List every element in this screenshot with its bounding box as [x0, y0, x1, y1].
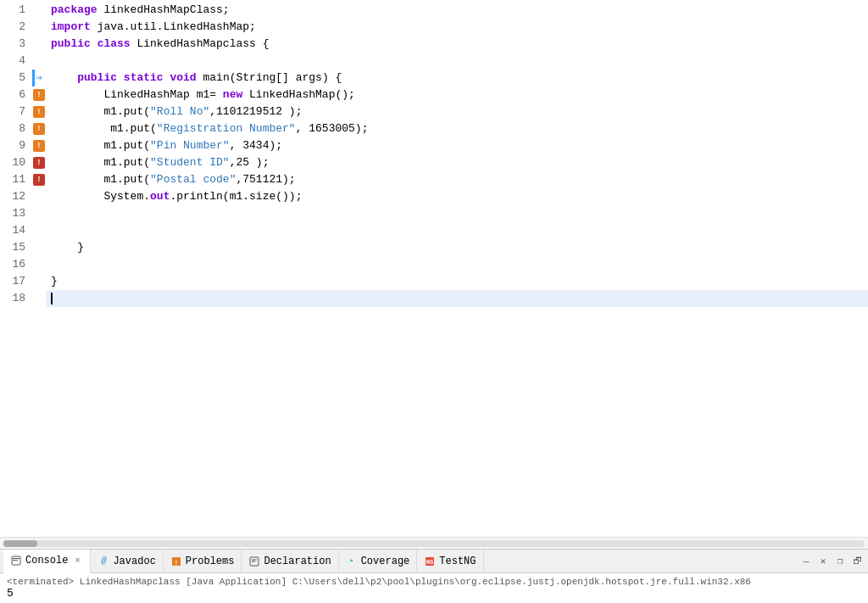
- line-gutter: !: [32, 154, 46, 171]
- line-code[interactable]: System.out.println(m1.size());: [46, 188, 868, 205]
- scrollbar-thumb[interactable]: [3, 540, 37, 547]
- line-gutter: [32, 256, 46, 273]
- line-number: 12: [0, 188, 32, 205]
- restore-button[interactable]: ❐: [832, 554, 848, 569]
- line-code[interactable]: m1.put("Roll No",1101219512 );: [46, 103, 868, 120]
- tab-testng-label: TestNG: [439, 556, 476, 567]
- svg-rect-2: [13, 560, 18, 561]
- tab-console[interactable]: Console×: [3, 550, 91, 573]
- line-code[interactable]: [46, 205, 868, 222]
- console-value: 5: [7, 587, 861, 600]
- warning-marker-icon: !: [33, 89, 45, 101]
- tab-coverage[interactable]: ▪Coverage: [339, 550, 418, 573]
- line-code[interactable]: m1.put("Student ID",25 );: [46, 154, 868, 171]
- line-code[interactable]: public class LinkedHashMapclass {: [46, 36, 868, 53]
- console-output: <terminated> LinkedHashMapclass [Java Ap…: [0, 573, 868, 603]
- tab-console-icon: [10, 555, 22, 567]
- line-number: 17: [0, 273, 32, 290]
- editor-area: 1package linkedHashMapClass;2import java…: [0, 0, 868, 549]
- line-gutter: [32, 36, 46, 53]
- code-line[interactable]: 12 System.out.println(m1.size());: [0, 188, 868, 205]
- execution-pointer-bar: [32, 70, 35, 87]
- code-line[interactable]: 15 }: [0, 239, 868, 256]
- code-line[interactable]: 3public class LinkedHashMapclass {: [0, 36, 868, 53]
- tab-problems-label: Problems: [186, 556, 235, 567]
- tab-javadoc-icon: @: [97, 556, 109, 567]
- warning-marker-icon: !: [33, 140, 45, 152]
- line-gutter: [32, 290, 46, 307]
- line-gutter: !: [32, 87, 46, 103]
- line-number: 10: [0, 154, 32, 171]
- line-number: 14: [0, 222, 32, 239]
- svg-text:!: !: [174, 558, 178, 566]
- line-number: 18: [0, 290, 32, 307]
- code-line[interactable]: 7! m1.put("Roll No",1101219512 );: [0, 103, 868, 120]
- minimize-button[interactable]: —: [798, 554, 814, 569]
- line-gutter: ⇒: [32, 70, 46, 87]
- line-code[interactable]: [46, 53, 868, 70]
- code-lines[interactable]: 1package linkedHashMapClass;2import java…: [0, 0, 868, 537]
- svg-text:NG: NG: [426, 559, 433, 566]
- tab-coverage-label: Coverage: [361, 556, 410, 567]
- line-number: 1: [0, 2, 32, 19]
- bottom-panel: Console×@Javadoc!ProblemsDeclaration▪Cov…: [0, 549, 868, 603]
- code-line[interactable]: 4: [0, 53, 868, 70]
- line-gutter: !: [32, 137, 46, 154]
- line-code[interactable]: LinkedHashMap m1= new LinkedHashMap();: [46, 87, 868, 103]
- line-number: 8: [0, 120, 32, 137]
- code-line[interactable]: 14: [0, 222, 868, 239]
- warning-marker-icon: !: [33, 174, 45, 186]
- horizontal-scrollbar[interactable]: [0, 537, 868, 549]
- line-number: 4: [0, 53, 32, 70]
- maximize-button[interactable]: 🗗: [849, 554, 865, 569]
- code-line[interactable]: 9! m1.put("Pin Number", 3434);: [0, 137, 868, 154]
- code-line[interactable]: 11! m1.put("Postal code",751121);: [0, 171, 868, 188]
- console-status-text: <terminated> LinkedHashMapclass [Java Ap…: [7, 577, 861, 587]
- line-number: 6: [0, 87, 32, 103]
- close-button[interactable]: ✕: [815, 554, 831, 569]
- tab-problems[interactable]: !Problems: [164, 550, 242, 573]
- line-code[interactable]: }: [46, 239, 868, 256]
- tab-javadoc[interactable]: @Javadoc: [91, 550, 163, 573]
- execution-arrow-icon: ⇒: [36, 70, 42, 87]
- line-code[interactable]: package linkedHashMapClass;: [46, 2, 868, 19]
- line-gutter: [32, 19, 46, 36]
- line-code[interactable]: public static void main(String[] args) {: [46, 70, 868, 87]
- tab-declaration-icon: [248, 556, 260, 567]
- tab-console-close[interactable]: ×: [71, 555, 83, 567]
- line-code[interactable]: m1.put("Pin Number", 3434);: [46, 137, 868, 154]
- line-gutter: [32, 239, 46, 256]
- line-gutter: !: [32, 171, 46, 188]
- line-gutter: !: [32, 120, 46, 137]
- tab-console-label: Console: [25, 555, 68, 567]
- code-line[interactable]: 2import java.util.LinkedHashMap;: [0, 19, 868, 36]
- code-line[interactable]: 18: [0, 290, 868, 307]
- code-line[interactable]: 13: [0, 205, 868, 222]
- line-code[interactable]: [46, 222, 868, 239]
- line-code[interactable]: m1.put("Registration Number", 1653005);: [46, 120, 868, 137]
- scrollbar-track[interactable]: [3, 540, 865, 547]
- line-number: 16: [0, 256, 32, 273]
- line-code[interactable]: [46, 256, 868, 273]
- line-gutter: [32, 222, 46, 239]
- line-code[interactable]: }: [46, 273, 868, 290]
- tab-javadoc-label: Javadoc: [113, 556, 155, 567]
- code-line[interactable]: 1package linkedHashMapClass;: [0, 2, 868, 19]
- line-number: 15: [0, 239, 32, 256]
- code-line[interactable]: 16: [0, 256, 868, 273]
- tab-testng[interactable]: NGTestNG: [417, 550, 483, 573]
- code-line[interactable]: 17}: [0, 273, 868, 290]
- line-number: 11: [0, 171, 32, 188]
- warning-marker-icon: !: [33, 123, 45, 135]
- code-line[interactable]: 10! m1.put("Student ID",25 );: [0, 154, 868, 171]
- line-code[interactable]: [46, 290, 868, 307]
- line-code[interactable]: m1.put("Postal code",751121);: [46, 171, 868, 188]
- code-line[interactable]: 8! m1.put("Registration Number", 1653005…: [0, 120, 868, 137]
- line-gutter: [32, 2, 46, 19]
- code-line[interactable]: 5⇒ public static void main(String[] args…: [0, 70, 868, 87]
- code-container: 1package linkedHashMapClass;2import java…: [0, 0, 868, 537]
- line-code[interactable]: import java.util.LinkedHashMap;: [46, 19, 868, 36]
- tab-declaration[interactable]: Declaration: [242, 550, 338, 573]
- panel-actions: —✕❐🗗: [798, 554, 865, 569]
- code-line[interactable]: 6! LinkedHashMap m1= new LinkedHashMap()…: [0, 87, 868, 103]
